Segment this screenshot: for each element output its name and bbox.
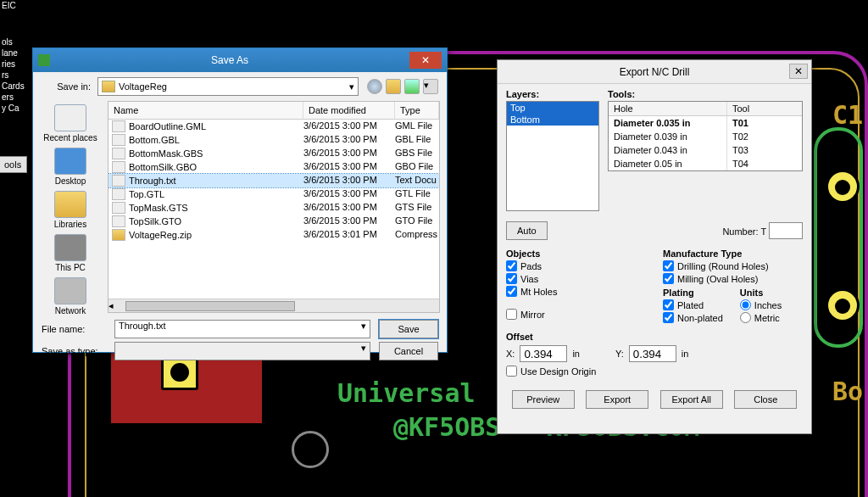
file-row[interactable]: Top.GTL3/6/2015 3:00 PMGTL File [108,187,439,201]
panel-item[interactable]: EIC [0,0,25,11]
nonplated-checkbox[interactable]: Non-plated [663,312,723,323]
title-text: Save As [50,54,409,66]
exportall-button[interactable]: Export All [660,390,723,409]
file-row[interactable]: Through.txt3/6/2015 3:00 PMText Docu [108,174,439,187]
file-icon [112,175,125,187]
export-ncdrill-dialog: Export N/C Drill ✕ Layers: Top Bottom To… [497,59,812,434]
milling-checkbox[interactable]: Milling (Oval Holes) [663,273,803,284]
back-icon[interactable] [367,79,382,94]
left-panel: EIC ols lane ries rs Cards ers y Ca [0,0,25,497]
column-headers[interactable]: Name Date modified Type [108,102,439,120]
col-date[interactable]: Date modified [303,102,395,119]
file-icon [112,161,125,173]
save-button[interactable]: Save [379,320,438,338]
file-icon [112,202,125,214]
plated-checkbox[interactable]: Plated [663,299,723,310]
inches-radio[interactable]: Inches [740,299,782,310]
col-hole[interactable]: Hole [609,102,727,115]
vias-checkbox[interactable]: Vias [506,273,646,284]
layers-listbox[interactable]: Top Bottom [506,101,599,211]
place-libraries[interactable]: Libraries [38,191,103,229]
panel-item[interactable]: ers [0,92,25,103]
layer-item[interactable]: Bottom [507,114,598,126]
savein-dropdown[interactable]: VoltageReg ▾ [97,77,359,96]
hscrollbar[interactable]: ◂ [108,299,439,312]
offset-x-input[interactable] [520,345,567,362]
file-row[interactable]: BottomSilk.GBO3/6/2015 3:00 PMGBO File [108,160,439,174]
drilling-checkbox[interactable]: Drilling (Round Holes) [663,260,803,271]
plating-label: Plating [663,288,723,298]
auto-button[interactable]: Auto [506,221,548,240]
file-icon [112,148,125,159]
place-recent[interactable]: Recent places [38,104,103,142]
save-as-dialog: Save As ✕ Save in: VoltageReg ▾ ▾ Recent… [32,47,448,353]
panel-item[interactable]: y Ca [0,103,25,114]
refdes: Bo [832,377,863,406]
mirror-checkbox[interactable]: Mirror [506,309,646,320]
savein-label: Save in: [40,81,91,92]
offset-y-input[interactable] [629,345,676,362]
layer-item[interactable]: Top [507,102,598,114]
file-list[interactable]: Name Date modified Type BoardOutline.GML… [108,101,440,313]
panel-item[interactable]: ries [0,59,25,70]
place-network[interactable]: Network [38,277,103,316]
x-label: X: [506,349,515,359]
close-icon[interactable]: ✕ [789,64,808,79]
mtholes-checkbox[interactable]: Mt Holes [506,286,646,297]
file-icon [112,215,125,227]
col-tool[interactable]: Tool [727,102,787,115]
places-bar: Recent places Desktop Libraries This PC … [33,101,108,313]
view-menu-icon[interactable]: ▾ [423,79,438,94]
units-label: Units [740,288,782,298]
number-label: Number: T [722,226,766,237]
scroll-thumb[interactable] [125,301,295,311]
folder-icon [102,81,115,92]
export-button[interactable]: Export [586,390,648,409]
file-icon [112,120,125,132]
place-thispc[interactable]: This PC [38,234,103,272]
chevron-down-icon: ▾ [349,81,354,92]
filename-input[interactable]: Through.txt▾ [114,320,370,338]
objects-label: Objects [506,248,646,259]
cancel-button[interactable]: Cancel [379,342,438,360]
file-row[interactable]: BoardOutline.GML3/6/2015 3:00 PMGML File [108,120,439,133]
tools-button[interactable]: ools [0,156,27,173]
use-design-origin-checkbox[interactable]: Use Design Origin [506,366,803,377]
file-row[interactable]: TopSilk.GTO3/6/2015 3:00 PMGTO File [108,215,439,228]
tools-label: Tools: [608,89,803,99]
titlebar[interactable]: Save As ✕ [33,48,447,72]
refdes: C1 [832,100,863,130]
preview-button[interactable]: Preview [512,390,575,409]
metric-radio[interactable]: Metric [740,312,782,323]
file-row[interactable]: TopMask.GTS3/6/2015 3:00 PMGTS File [108,201,439,215]
file-row[interactable]: Bottom.GBL3/6/2015 3:00 PMGBL File [108,133,439,147]
chevron-down-icon[interactable]: ▾ [361,321,366,332]
col-name[interactable]: Name [108,102,303,119]
file-icon [112,229,125,241]
app-icon [38,54,50,66]
chevron-down-icon[interactable]: ▾ [361,343,366,354]
close-button[interactable]: Close [734,390,797,409]
close-icon[interactable]: ✕ [409,52,442,69]
offset-label: Offset [506,332,803,342]
title-text: Export N/C Drill [620,66,690,78]
y-label: Y: [615,349,624,359]
panel-item[interactable]: lane [0,47,25,59]
file-row[interactable]: BottomMask.GBS3/6/2015 3:00 PMGBS File [108,147,439,160]
savetype-dropdown[interactable]: ▾ [114,342,370,360]
new-folder-icon[interactable] [404,79,420,94]
tools-table[interactable]: HoleTool Diameter 0.035 inT01 Diameter 0… [608,101,803,171]
number-input[interactable] [769,222,803,239]
col-type[interactable]: Type [395,102,439,119]
pads-checkbox[interactable]: Pads [506,260,646,271]
file-icon [112,188,125,200]
titlebar[interactable]: Export N/C Drill ✕ [498,60,811,84]
place-desktop[interactable]: Desktop [38,148,103,186]
component-outline [814,127,863,348]
panel-item[interactable]: rs [0,70,25,81]
up-folder-icon[interactable] [386,79,401,94]
file-row[interactable]: VoltageReg.zip3/6/2015 3:01 PMCompress [108,228,439,242]
panel-item[interactable]: ols [0,36,25,47]
target-icon [292,431,329,468]
panel-item[interactable]: Cards [0,81,25,92]
